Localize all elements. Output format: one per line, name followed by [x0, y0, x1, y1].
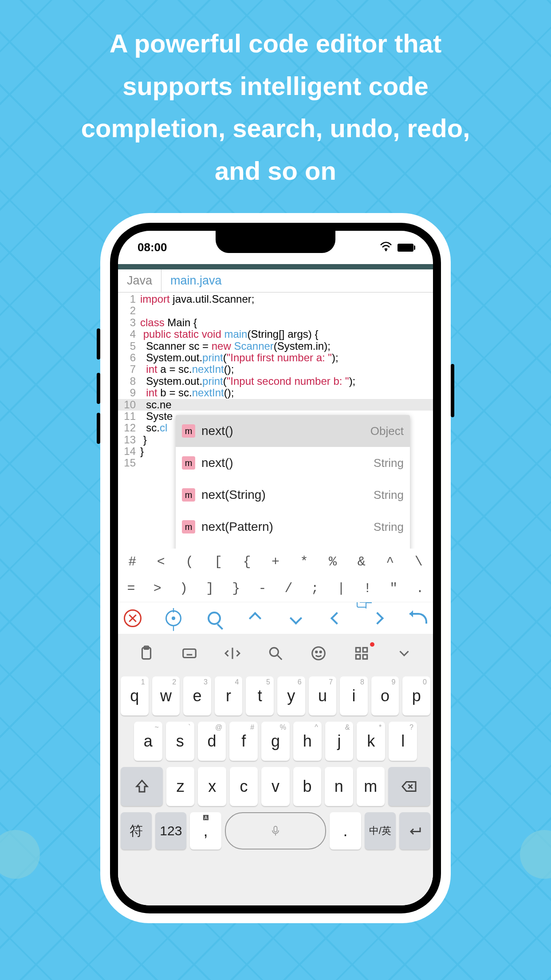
key-m[interactable]: m [357, 767, 385, 806]
symbol-key[interactable]: - [249, 575, 276, 602]
clipboard-button[interactable] [137, 644, 156, 663]
key-o[interactable]: 9o [371, 676, 399, 715]
key-p[interactable]: 0p [402, 676, 430, 715]
key-i[interactable]: 8i [340, 676, 368, 715]
enter-key[interactable] [399, 812, 430, 850]
key-y[interactable]: 6y [277, 676, 305, 715]
symbol-key[interactable]: / [276, 575, 302, 602]
key-d[interactable]: @d [198, 722, 226, 761]
key-j[interactable]: &j [325, 722, 354, 761]
code-line[interactable]: 8 System.out.print("Input second number … [118, 375, 433, 387]
code-editor[interactable]: 1import java.util.Scanner;23class Main {… [118, 292, 433, 470]
comma-key[interactable]: A, [190, 812, 221, 850]
autocomplete-item[interactable]: mnext()String [176, 447, 410, 479]
nav-down-button[interactable] [286, 607, 306, 629]
symbol-key[interactable]: ( [175, 549, 204, 575]
code-line[interactable]: 2 [118, 305, 433, 316]
symbol-key[interactable]: & [347, 549, 376, 575]
backspace-key[interactable] [388, 767, 430, 806]
key-h[interactable]: ^h [293, 722, 322, 761]
symbol-mode-key[interactable]: 符 [121, 812, 152, 850]
symbol-key[interactable]: } [223, 575, 249, 602]
autocomplete-item[interactable]: mnext(String)String [176, 479, 410, 511]
key-u[interactable]: 7u [309, 676, 337, 715]
key-g[interactable]: %g [261, 722, 290, 761]
nav-right-button[interactable] [367, 607, 388, 629]
undo-button[interactable] [408, 607, 429, 629]
language-key[interactable]: 中/英 [365, 812, 396, 850]
code-line[interactable]: 3class Main { [118, 317, 433, 328]
line-number: 6 [118, 352, 140, 364]
emoji-button[interactable] [309, 644, 328, 663]
key-f[interactable]: #f [229, 722, 258, 761]
key-a[interactable]: ~a [134, 722, 162, 761]
key-n[interactable]: n [325, 767, 353, 806]
key-x[interactable]: x [198, 767, 226, 806]
code-line[interactable]: 9 int b = sc.nextInt(); [118, 387, 433, 399]
close-button[interactable] [122, 607, 143, 629]
cursor-button[interactable] [223, 644, 242, 663]
number-mode-key[interactable]: 123 [155, 812, 186, 850]
keyboard-toggle-button[interactable] [180, 644, 199, 663]
key-b[interactable]: b [293, 767, 321, 806]
autocomplete-item[interactable]: mnext()Object [176, 415, 410, 447]
nav-left-button[interactable] [327, 607, 347, 629]
key-w[interactable]: 2w [152, 676, 180, 715]
autocomplete-item[interactable]: mnext(Pattern)String [176, 511, 410, 543]
completion-type: String [374, 489, 404, 502]
nav-up-button[interactable] [245, 607, 265, 629]
key-q[interactable]: 1q [121, 676, 149, 715]
key-r[interactable]: 4r [215, 676, 243, 715]
symbol-key[interactable]: ^ [376, 549, 405, 575]
symbol-key[interactable]: + [261, 549, 290, 575]
search-button[interactable] [204, 607, 224, 629]
symbol-key[interactable]: . [407, 575, 433, 602]
symbol-key[interactable]: ) [170, 575, 197, 602]
line-number: 2 [118, 305, 140, 316]
key-v[interactable]: v [261, 767, 289, 806]
key-k[interactable]: *k [357, 722, 385, 761]
line-number: 11 [118, 411, 140, 422]
period-key[interactable]: . [330, 812, 361, 850]
code-line[interactable]: 10 sc.ne [118, 399, 433, 411]
symbol-key[interactable]: ! [354, 575, 381, 602]
svg-point-13 [320, 651, 321, 652]
ime-icon: A [202, 814, 209, 821]
symbol-key[interactable]: " [381, 575, 407, 602]
symbol-key[interactable]: < [147, 549, 176, 575]
close-icon [124, 609, 142, 627]
symbol-key[interactable]: * [290, 549, 319, 575]
symbol-key[interactable]: [ [204, 549, 233, 575]
kbd-search-button[interactable] [266, 644, 285, 663]
key-t[interactable]: 5t [246, 676, 274, 715]
space-key[interactable] [225, 812, 327, 850]
collapse-keyboard-button[interactable] [395, 644, 413, 663]
symbol-key[interactable]: # [118, 549, 147, 575]
line-number: 7 [118, 364, 140, 375]
symbol-key[interactable]: % [319, 549, 347, 575]
notch [216, 231, 335, 253]
line-number: 5 [118, 340, 140, 352]
code-line[interactable]: 6 System.out.print("Input first number a… [118, 352, 433, 364]
symbol-key[interactable]: ; [302, 575, 328, 602]
symbol-key[interactable]: \ [404, 549, 433, 575]
key-c[interactable]: c [230, 767, 258, 806]
apps-button[interactable] [352, 644, 371, 663]
symbol-key[interactable]: ] [197, 575, 223, 602]
key-e[interactable]: 3e [183, 676, 211, 715]
key-l[interactable]: ?l [389, 722, 417, 761]
symbol-key[interactable]: > [144, 575, 170, 602]
tab-mainjava[interactable]: main.java [161, 269, 231, 292]
key-s[interactable]: `s [166, 722, 194, 761]
symbol-key[interactable]: | [328, 575, 354, 602]
code-line[interactable]: 5 Scanner sc = new Scanner(System.in); [118, 340, 433, 352]
symbol-key[interactable]: { [232, 549, 261, 575]
code-line[interactable]: 7 int a = sc.nextInt(); [118, 364, 433, 375]
code-line[interactable]: 4 public static void main(String[] args)… [118, 328, 433, 340]
key-z[interactable]: z [166, 767, 194, 806]
tab-java[interactable]: Java [118, 269, 161, 292]
code-line[interactable]: 1import java.util.Scanner; [118, 293, 433, 305]
shift-key[interactable] [121, 767, 163, 806]
locate-button[interactable] [163, 607, 184, 629]
symbol-key[interactable]: = [118, 575, 144, 602]
